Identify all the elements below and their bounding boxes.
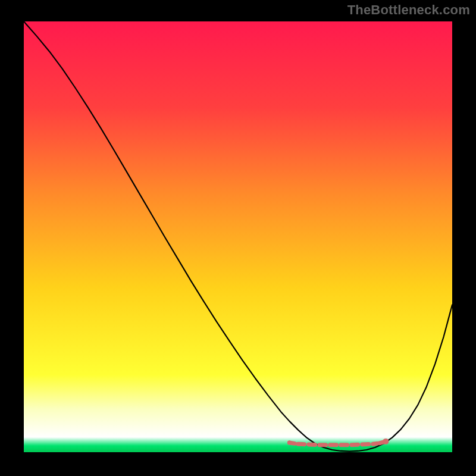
chart-svg (24, 21, 452, 452)
chart-plot-area (24, 21, 452, 452)
gradient-background (24, 21, 452, 452)
optimal-end-dot (383, 439, 389, 444)
chart-frame: TheBottleneck.com (0, 0, 476, 476)
watermark-text: TheBottleneck.com (347, 2, 470, 18)
svg-point-10 (287, 441, 292, 445)
svg-line-8 (373, 443, 377, 444)
svg-line-9 (380, 442, 383, 443)
